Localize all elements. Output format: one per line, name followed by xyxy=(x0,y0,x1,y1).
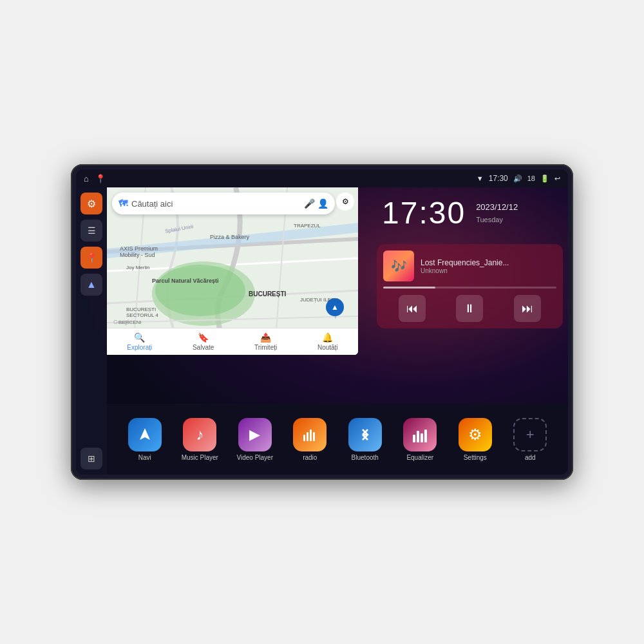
navi-icon xyxy=(128,418,162,451)
map-search-icons: 🎤 👤 xyxy=(304,198,328,209)
radio-label: radio xyxy=(303,454,317,461)
sidebar-navigate-btn[interactable]: ▲ xyxy=(80,274,102,296)
app-video-player[interactable]: ▶ Video Player xyxy=(232,418,278,461)
album-art-image: 🎶 xyxy=(391,258,407,274)
map-bottom-bar: 🔍 Explorați 🔖 Salvate 📤 Trimiteți 🔔 Nout… xyxy=(107,328,358,355)
track-info: Lost Frequencies_Janie... Unknown xyxy=(421,258,556,274)
equalizer-label: Equalizer xyxy=(406,454,433,461)
settings-label: Settings xyxy=(464,454,487,461)
clock-widget: 17:30 2023/12/12 Tuesday xyxy=(372,187,568,239)
svg-rect-22 xyxy=(307,432,308,441)
bluetooth-svg xyxy=(356,426,374,444)
status-bar-left: ⌂ 📍 xyxy=(84,174,106,184)
saved-icon: 🔖 xyxy=(198,332,209,343)
device-screen: ⌂ 📍 ▼ 17:30 🔊 18 🔋 ↩ xyxy=(76,169,568,475)
music-track-row: 🎶 Lost Frequencies_Janie... Unknown xyxy=(383,251,556,281)
music-progress-bar[interactable] xyxy=(383,287,556,289)
map-search-text: Căutați aici xyxy=(131,199,300,209)
bluetooth-label: Bluetooth xyxy=(352,454,379,461)
map-settings-btn[interactable]: ⚙ xyxy=(336,193,354,211)
status-time: 17:30 xyxy=(489,174,508,183)
svg-rect-21 xyxy=(303,435,305,441)
app-navi[interactable]: Navi xyxy=(122,418,167,461)
pause-icon: ⏸ xyxy=(464,302,475,316)
arrow-icon: ▲ xyxy=(86,279,97,290)
music-progress-fill xyxy=(383,287,435,289)
app-equalizer[interactable]: Equalizer xyxy=(397,418,442,461)
gear-icon: ⚙ xyxy=(87,198,96,210)
sidebar-menu-btn[interactable]: ☰ xyxy=(80,220,102,242)
mic-icon[interactable]: 🎤 xyxy=(304,198,315,209)
plus-icon: + xyxy=(526,426,535,443)
map-saved-btn[interactable]: 🔖 Salvate xyxy=(193,332,214,351)
next-track-btn[interactable]: ⏭ xyxy=(514,295,541,322)
app-bluetooth[interactable]: Bluetooth xyxy=(343,418,388,461)
prev-track-btn[interactable]: ⏮ xyxy=(399,295,426,322)
account-icon[interactable]: 👤 xyxy=(317,198,328,209)
svg-rect-24 xyxy=(313,432,315,441)
home-icon[interactable]: ⌂ xyxy=(84,174,89,184)
wifi-icon: ▼ xyxy=(477,175,484,182)
clock-year: 2023/12/12 xyxy=(476,201,518,214)
app-radio[interactable]: radio xyxy=(287,418,332,461)
sidebar-location-btn[interactable]: 📍 xyxy=(80,247,102,269)
svg-rect-23 xyxy=(310,430,312,441)
sidebar: ⚙ ☰ 📍 ▲ ⊞ xyxy=(76,187,107,475)
music-player-label: Music Player xyxy=(182,454,218,461)
app-settings[interactable]: ⚙ Settings xyxy=(453,418,498,461)
google-maps-icon: 🗺 xyxy=(118,198,128,209)
map-container[interactable]: AXIS PremiumMobility - Sud Pizza & Baker… xyxy=(107,187,358,355)
volume-icon: 🔊 xyxy=(513,175,522,183)
device-frame: ⌂ 📍 ▼ 17:30 🔊 18 🔋 ↩ xyxy=(71,164,573,480)
map-label-axis: AXIS PremiumMobility - Sud xyxy=(120,245,158,258)
menu-icon: ☰ xyxy=(88,225,96,236)
bluetooth-icon-bg xyxy=(348,418,382,451)
add-label: add xyxy=(525,454,536,461)
status-bar: ⌂ 📍 ▼ 17:30 🔊 18 🔋 ↩ xyxy=(76,169,568,187)
news-icon: 🔔 xyxy=(322,332,333,343)
track-name: Lost Frequencies_Janie... xyxy=(421,258,556,267)
send-icon: 📤 xyxy=(260,332,271,343)
radio-svg xyxy=(301,426,319,444)
play-icon: ▶ xyxy=(249,426,260,443)
svg-marker-20 xyxy=(140,428,150,440)
map-label-parc: Parcul Natural Văcărești xyxy=(152,278,219,284)
clock-time: 17:30 xyxy=(382,198,466,229)
add-icon-bg: + xyxy=(513,418,547,451)
map-pin-icon: 📍 xyxy=(86,252,97,263)
map-label-trapezul: TRAPEZUL xyxy=(294,223,321,229)
map-label-sectorul: BUCUREȘTISECTORUL 4 xyxy=(126,307,158,318)
app-add[interactable]: + add xyxy=(507,418,553,461)
map-explore-btn[interactable]: 🔍 Explorați xyxy=(127,332,152,351)
music-controls: ⏮ ⏸ ⏭ xyxy=(383,295,556,322)
location-icon[interactable]: 📍 xyxy=(95,174,106,184)
map-gear-icon: ⚙ xyxy=(342,197,349,206)
radio-icon xyxy=(293,418,327,451)
play-pause-btn[interactable]: ⏸ xyxy=(456,295,483,322)
app-music-player[interactable]: ♪ Music Player xyxy=(177,418,222,461)
video-player-icon: ▶ xyxy=(238,418,272,451)
explore-icon: 🔍 xyxy=(134,332,145,343)
settings-gear-icon: ⚙ xyxy=(468,426,482,444)
map-news-btn[interactable]: 🔔 Noutăți xyxy=(317,332,338,351)
skip-back-icon: ⏮ xyxy=(406,302,418,316)
equalizer-svg xyxy=(411,427,429,442)
navigate-location-btn[interactable]: ▲ xyxy=(326,298,344,316)
sidebar-grid-btn[interactable]: ⊞ xyxy=(80,448,102,469)
navi-label: Navi xyxy=(138,454,151,461)
map-search-bar[interactable]: 🗺 Căutați aici 🎤 👤 xyxy=(112,193,335,214)
settings-icon-bg: ⚙ xyxy=(459,418,492,451)
skip-forward-icon: ⏭ xyxy=(522,302,533,316)
sidebar-settings-btn[interactable]: ⚙ xyxy=(80,193,102,214)
explore-label: Explorați xyxy=(127,344,152,351)
battery-value: 18 xyxy=(527,175,535,182)
status-bar-right: ▼ 17:30 🔊 18 🔋 ↩ xyxy=(477,174,560,183)
map-send-btn[interactable]: 📤 Trimiteți xyxy=(254,332,277,351)
back-icon[interactable]: ↩ xyxy=(554,175,560,183)
send-label: Trimiteți xyxy=(254,344,277,351)
video-player-label: Video Player xyxy=(236,454,273,461)
app-grid: Navi ♪ Music Player ▶ Video Player xyxy=(107,404,568,475)
main-area: ⚙ ☰ 📍 ▲ ⊞ xyxy=(76,187,568,475)
grid-icon: ⊞ xyxy=(88,453,95,464)
music-player-icon: ♪ xyxy=(183,418,216,451)
